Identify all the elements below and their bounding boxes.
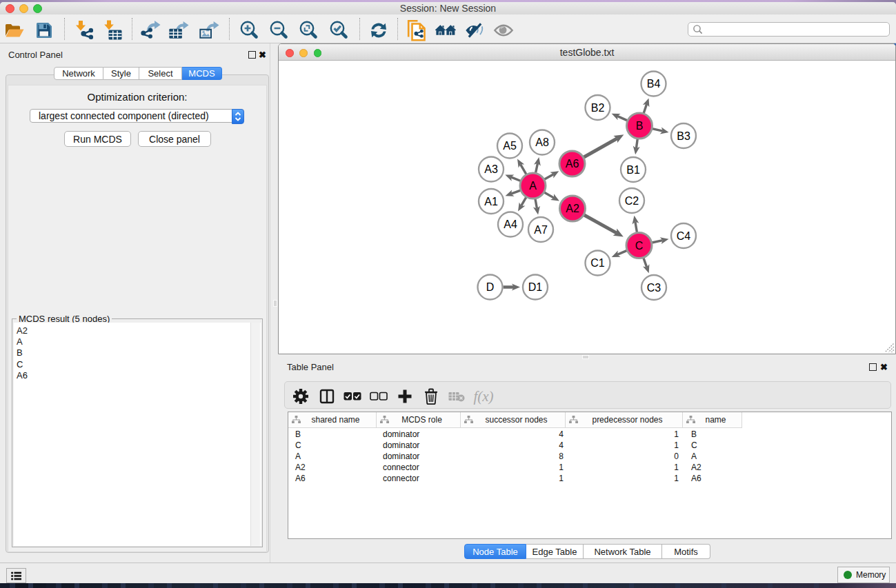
svg-text:B4: B4 [647,78,661,90]
svg-text:C: C [635,240,644,252]
svg-text:A2: A2 [566,203,579,214]
svg-text:C1: C1 [590,257,605,269]
svg-text:A6: A6 [566,158,579,170]
svg-text:A1: A1 [484,196,498,207]
svg-text:B1: B1 [626,164,640,176]
svg-text:B3: B3 [677,130,690,142]
svg-text:A8: A8 [535,136,549,148]
svg-text:A3: A3 [484,163,498,175]
svg-text:C4: C4 [677,230,691,242]
svg-text:D: D [486,281,495,293]
svg-text:C2: C2 [625,195,639,207]
svg-text:C3: C3 [647,282,661,294]
svg-text:A5: A5 [503,140,517,152]
svg-text:D1: D1 [528,281,543,293]
svg-text:B: B [636,120,644,132]
svg-text:A: A [529,180,537,192]
svg-text:A7: A7 [534,224,548,236]
svg-text:A4: A4 [504,219,517,230]
svg-text:B2: B2 [591,102,605,114]
